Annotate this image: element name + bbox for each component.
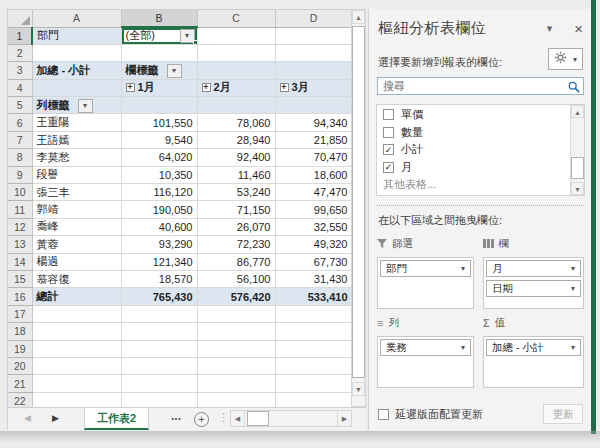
filter-dropdown-icon[interactable]: ▾	[167, 64, 182, 78]
cell-D17[interactable]	[275, 305, 351, 322]
cell-C1[interactable]	[197, 27, 275, 44]
cell-D10[interactable]: 47,470	[275, 184, 351, 201]
chip-dropdown-icon[interactable]: ▾	[461, 343, 465, 352]
cell-D6[interactable]: 94,340	[275, 114, 351, 131]
cell-A3[interactable]: 加總 - 小計	[32, 62, 121, 79]
cell-D2[interactable]	[275, 44, 351, 61]
vertical-scrollbar[interactable]: ▲ ▼	[351, 9, 366, 407]
cell-D12[interactable]: 32,550	[275, 218, 351, 235]
horizontal-scrollbar[interactable]: ◀ ▶	[230, 410, 352, 427]
field-item-小計[interactable]: ✓小計	[377, 142, 584, 158]
field-chip-日期[interactable]: 日期▾	[486, 280, 581, 297]
cell-A21[interactable]	[32, 375, 121, 392]
chip-dropdown-icon[interactable]: ▾	[571, 284, 575, 293]
cell-A14[interactable]: 楊過	[32, 253, 121, 270]
cell-B5[interactable]	[121, 97, 197, 114]
cell-B14[interactable]: 121,340	[121, 253, 197, 270]
chip-dropdown-icon[interactable]: ▾	[461, 264, 465, 273]
cell-B3[interactable]: 欄標籤▾	[121, 62, 197, 79]
expand-icon[interactable]: +	[126, 83, 135, 92]
cell-D13[interactable]: 49,320	[275, 236, 351, 253]
more-sheets-button[interactable]: ...	[171, 409, 181, 423]
row-header-2[interactable]: 2	[8, 44, 32, 61]
cell-D19[interactable]	[275, 340, 351, 357]
cell-D20[interactable]	[275, 357, 351, 374]
cell-C13[interactable]: 72,230	[197, 236, 275, 253]
cell-C17[interactable]	[197, 305, 275, 322]
row-header-10[interactable]: 10	[8, 184, 32, 201]
cell-C11[interactable]: 71,150	[197, 201, 275, 218]
prev-sheet-icon[interactable]: ◀	[24, 413, 31, 423]
field-item-單價[interactable]: 單價	[377, 107, 584, 123]
cell-B10[interactable]: 116,120	[121, 184, 197, 201]
row-header-5[interactable]: 5	[8, 97, 32, 114]
cell-A4[interactable]	[32, 79, 121, 96]
cell-B21[interactable]	[121, 375, 197, 392]
row-header-8[interactable]: 8	[8, 149, 32, 166]
cell-C19[interactable]	[197, 340, 275, 357]
cell-A22[interactable]	[32, 392, 121, 407]
column-header-d[interactable]: D	[275, 10, 351, 27]
cell-B8[interactable]: 64,020	[121, 149, 197, 166]
cell-C5[interactable]	[197, 97, 275, 114]
cell-A6[interactable]: 王重陽	[32, 114, 121, 131]
cell-B11[interactable]: 190,050	[121, 201, 197, 218]
filters-area-box[interactable]: 部門▾	[377, 257, 474, 309]
cell-B7[interactable]: 9,540	[121, 131, 197, 148]
cell-A2[interactable]	[32, 44, 121, 61]
row-header-1[interactable]: 1	[8, 27, 32, 44]
cell-C10[interactable]: 53,240	[197, 184, 275, 201]
cell-B4[interactable]: +1月	[121, 79, 197, 96]
cell-B2[interactable]	[121, 44, 197, 61]
cell-C16[interactable]: 576,420	[197, 288, 275, 305]
cell-D16[interactable]: 533,410	[275, 288, 351, 305]
cell-D1[interactable]	[275, 27, 351, 44]
row-header-13[interactable]: 13	[8, 236, 32, 253]
cell-D15[interactable]: 31,430	[275, 270, 351, 287]
cell-C6[interactable]: 78,060	[197, 114, 275, 131]
checkbox-unchecked[interactable]	[383, 109, 394, 120]
filter-dropdown-icon[interactable]: ▾	[78, 99, 93, 113]
cell-D8[interactable]: 70,470	[275, 149, 351, 166]
row-header-21[interactable]: 21	[8, 375, 32, 392]
cell-A1[interactable]: 部門	[32, 27, 121, 44]
select-all-corner[interactable]	[8, 10, 32, 27]
cell-A19[interactable]	[32, 340, 121, 357]
row-header-7[interactable]: 7	[8, 131, 32, 148]
cell-D4[interactable]: +3月	[275, 79, 351, 96]
chip-dropdown-icon[interactable]: ▾	[571, 264, 575, 273]
scroll-left-icon[interactable]: ◀	[231, 411, 245, 426]
cell-C9[interactable]: 11,460	[197, 166, 275, 183]
field-chip-月[interactable]: 月▾	[486, 260, 581, 277]
cell-C4[interactable]: +2月	[197, 79, 275, 96]
row-header-12[interactable]: 12	[8, 218, 32, 235]
cell-A16[interactable]: 總計	[32, 288, 121, 305]
cell-A18[interactable]	[32, 323, 121, 340]
field-chip-業務[interactable]: 業務▾	[380, 339, 471, 356]
field-item-月[interactable]: ✓月	[377, 160, 584, 176]
row-header-22[interactable]: 22	[8, 392, 32, 407]
fill-handle[interactable]	[193, 40, 198, 45]
cell-B19[interactable]	[121, 340, 197, 357]
chip-dropdown-icon[interactable]: ▾	[571, 343, 575, 352]
cell-C14[interactable]: 86,770	[197, 253, 275, 270]
horizontal-scroll-thumb[interactable]	[247, 411, 269, 426]
cell-B6[interactable]: 101,550	[121, 114, 197, 131]
cell-D5[interactable]	[275, 97, 351, 114]
row-header-20[interactable]: 20	[8, 357, 32, 374]
list-scroll-down-icon[interactable]: ▼	[571, 182, 584, 195]
cell-A8[interactable]: 李莫愁	[32, 149, 121, 166]
cell-D11[interactable]: 99,650	[275, 201, 351, 218]
cell-A7[interactable]: 王語嫣	[32, 131, 121, 148]
cell-C15[interactable]: 56,100	[197, 270, 275, 287]
cell-B9[interactable]: 10,350	[121, 166, 197, 183]
cell-C8[interactable]: 92,400	[197, 149, 275, 166]
cell-B17[interactable]	[121, 305, 197, 322]
checkbox-checked[interactable]: ✓	[383, 144, 394, 155]
expand-icon[interactable]: +	[280, 83, 289, 92]
tools-button[interactable]: ▾	[548, 48, 583, 70]
list-scroll-up-icon[interactable]: ▲	[571, 105, 584, 118]
rows-area-box[interactable]: 業務▾	[377, 336, 474, 388]
new-sheet-button[interactable]: +	[194, 412, 209, 427]
row-header-15[interactable]: 15	[8, 270, 32, 287]
